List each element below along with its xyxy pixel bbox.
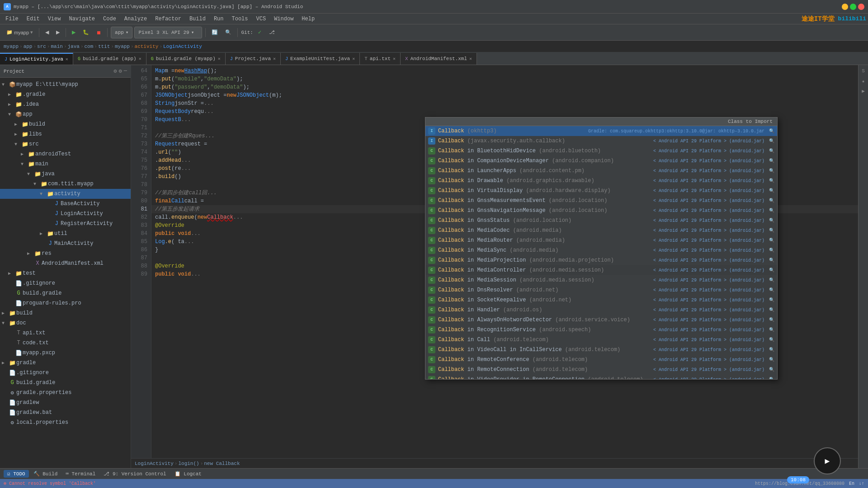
menu-run[interactable]: Run xyxy=(210,15,227,23)
ac-item-callback-drawable[interactable]: C Callback in Drawable (android.graphics… xyxy=(425,176,777,186)
bc-java[interactable]: java xyxy=(67,44,79,49)
bottom-tab-todo[interactable]: ☑ TODO xyxy=(4,470,29,478)
bottom-tab-versioncontrol[interactable]: ⎇ 9: Version Control xyxy=(100,470,170,478)
git-check[interactable]: ✓ xyxy=(255,27,264,38)
tree-item-idea[interactable]: ▶ 📁 .idea xyxy=(0,99,131,109)
ac-item-callback-recognition[interactable]: C Callback in RecognitionService (androi… xyxy=(425,325,777,335)
tree-item-mainactivity[interactable]: J MainActivity xyxy=(0,239,131,249)
ac-item-callback-mediarouter[interactable]: C Callback in MediaRouter (android.media… xyxy=(425,235,777,245)
ac-item-callback-mediaprojection[interactable]: C Callback in MediaProjection (android.m… xyxy=(425,255,777,265)
device-dropdown[interactable]: Pixel 3 XL API 29 ▾ xyxy=(134,27,202,38)
project-button[interactable]: 📁 myapp ▾ xyxy=(4,27,36,38)
tree-item-test[interactable]: ▶ 📁 test xyxy=(0,268,131,278)
tree-item-src[interactable]: ▼ 📁 src xyxy=(0,139,131,149)
tree-item-libs[interactable]: ▶ 📁 libs xyxy=(0,129,131,139)
hide-icon[interactable]: — xyxy=(124,68,127,75)
bc-ttit[interactable]: ttit xyxy=(98,44,110,49)
tree-item-myapp[interactable]: ▼ 📦 myapp E:\ttit\myapp xyxy=(0,80,131,89)
tree-item-doc[interactable]: ▼ 📁 doc xyxy=(0,318,131,328)
autocomplete-popup[interactable]: Class to Import I Callback (okhttp3) Gra… xyxy=(425,117,778,380)
bc-bottom-callback[interactable]: new Callback xyxy=(204,461,240,466)
ac-item-callback-gnssn[interactable]: C Callback in GnssNavigationMessage (and… xyxy=(425,206,777,216)
tree-item-gradlew[interactable]: 📄 gradlew xyxy=(0,398,131,408)
menu-edit[interactable]: Edit xyxy=(23,15,43,23)
ac-item-callback-handler[interactable]: C Callback in Handler (android.os) < And… xyxy=(425,305,777,315)
tree-item-app[interactable]: ▼ 📦 app xyxy=(0,109,131,119)
ac-item-callback-call[interactable]: C Callback in Call (android.telecom) < A… xyxy=(425,335,777,345)
toolbar-forward[interactable]: ▶ xyxy=(53,27,62,38)
ac-item-callback-mediacodec[interactable]: C Callback in MediaCodec (android.media)… xyxy=(425,225,777,235)
float-video-button[interactable]: ▶ xyxy=(814,447,841,474)
menu-help[interactable]: Help xyxy=(298,15,318,23)
tree-item-myapp-pxcp[interactable]: 📄 myapp.pxcp xyxy=(0,348,131,358)
ac-item-callback-mediasession[interactable]: C Callback in MediaSession (android.medi… xyxy=(425,275,777,285)
settings-icon[interactable]: ⚙ xyxy=(119,68,122,75)
tree-item-local-prop[interactable]: ⚙ local.properties xyxy=(0,418,131,427)
tree-item-root-gitignore[interactable]: 📄 .gitignore xyxy=(0,368,131,378)
autocomplete-list[interactable]: I Callback (okhttp3) Gradle: com.squareu… xyxy=(425,126,777,379)
tree-item-manifest[interactable]: X AndroidManifest.xml xyxy=(0,258,131,268)
right-tool-favorites[interactable]: ★ xyxy=(859,77,868,85)
ac-item-callback-videocall[interactable]: C Callback in VideoCall in InCallService… xyxy=(425,345,777,355)
ac-item-callback-socketkeepalive[interactable]: C Callback in SocketKeepalive (android.n… xyxy=(425,295,777,305)
ac-item-callback-virtualdisplay[interactable]: C Callback in VirtualDisplay (android.ha… xyxy=(425,186,777,196)
ac-item-callback-gnssm[interactable]: C Callback in GnssMeasurementsEvent (and… xyxy=(425,196,777,206)
toolbar-back[interactable]: ◀ xyxy=(42,27,52,38)
tree-item-baseactivity[interactable]: J BaseActivity xyxy=(0,199,131,209)
menu-navigate[interactable]: Navigate xyxy=(65,15,99,23)
ac-item-callback-okhttp3[interactable]: I Callback (okhttp3) Gradle: com.squareu… xyxy=(425,126,777,136)
ac-item-callback-bluetooth[interactable]: C Callback in BluetoothHidDevice (androi… xyxy=(425,146,777,156)
ac-item-callback-launcherapps[interactable]: C Callback in LauncherApps (android.cont… xyxy=(425,166,777,176)
menu-tools[interactable]: Tools xyxy=(228,15,252,23)
tree-item-build-gradle[interactable]: G build.gradle xyxy=(0,288,131,298)
bottom-tab-logcat[interactable]: 📋 Logcat xyxy=(171,470,205,478)
bc-bottom-loginactivity[interactable]: LoginActivity xyxy=(135,461,174,466)
tab-close-6[interactable]: ✕ xyxy=(469,56,472,61)
ac-item-callback-alwayson[interactable]: C Callback in AlwaysOnHotwordDetector (a… xyxy=(425,315,777,325)
tree-item-gradle-root[interactable]: ▶ 📁 gradle xyxy=(0,358,131,368)
tree-item-gradle-prop[interactable]: ⚙ gradle.properties xyxy=(0,388,131,398)
minimize-button[interactable] xyxy=(842,4,848,10)
tab-example-unit-test[interactable]: J ExampleUnitTest.java ✕ xyxy=(281,53,360,65)
tab-close-2[interactable]: ✕ xyxy=(218,56,221,61)
sync-icon[interactable]: ⚙ xyxy=(113,68,117,75)
tab-build-gradle-myapp[interactable]: G build.gradle (myapp) ✕ xyxy=(146,53,226,65)
bc-activity[interactable]: activity xyxy=(135,44,159,49)
menu-view[interactable]: View xyxy=(44,15,65,23)
ac-item-callback-dnsresolver[interactable]: C Callback in DnsResolver (android.net) … xyxy=(425,285,777,295)
tree-item-root-build[interactable]: ▶ 📁 build xyxy=(0,308,131,318)
tree-item-proguard[interactable]: 📄 proguard-rules.pro xyxy=(0,298,131,308)
bc-bottom-login[interactable]: login() xyxy=(178,461,199,466)
tree-item-registeractivity[interactable]: J RegisterActivity xyxy=(0,219,131,229)
tree-item-java[interactable]: ▼ 📁 java xyxy=(0,169,131,179)
git-branch[interactable]: ⎇ xyxy=(266,27,278,38)
tree-item-code-txt[interactable]: T code.txt xyxy=(0,338,131,348)
toolbar-stop[interactable]: ⏹ xyxy=(94,27,104,38)
tab-close-3[interactable]: ✕ xyxy=(273,56,276,61)
bottom-tab-terminal[interactable]: ⌨ Terminal xyxy=(62,470,99,478)
bc-main[interactable]: main xyxy=(51,44,62,49)
app-module-dropdown[interactable]: app ▾ xyxy=(111,27,132,38)
tab-close-5[interactable]: ✕ xyxy=(393,56,396,61)
right-tool-structure[interactable]: S xyxy=(859,67,868,75)
tab-androidmanifest[interactable]: X AndroidManifest.xml ✕ xyxy=(401,53,477,65)
tab-loginactivity[interactable]: J LoginActivity.java ✕ xyxy=(0,53,73,65)
menu-vcs[interactable]: VCS xyxy=(253,15,270,23)
ac-item-callback-mediasync[interactable]: C Callback in MediaSync (android.media) … xyxy=(425,245,777,255)
tree-item-androidtest[interactable]: ▶ 📁 androidTest xyxy=(0,149,131,159)
tab-build-gradle-app[interactable]: G build.gradle (app) ✕ xyxy=(73,53,146,65)
ac-item-callback-companion[interactable]: C Callback in CompanionDeviceManager (an… xyxy=(425,156,777,166)
menu-build[interactable]: Build xyxy=(186,15,209,23)
tab-close-loginactivity[interactable]: ✕ xyxy=(66,56,68,62)
ac-item-callback-mediacontroller[interactable]: C Callback in MediaController (android.m… xyxy=(425,265,777,275)
tree-item-build[interactable]: ▶ 📁 build xyxy=(0,119,131,129)
bc-src[interactable]: src xyxy=(37,44,46,49)
tree-item-util[interactable]: ▶ 📁 util xyxy=(0,229,131,239)
ac-item-callback-remoteconference[interactable]: C Callback in RemoteConference (android.… xyxy=(425,355,777,365)
menu-window[interactable]: Window xyxy=(270,15,297,23)
toolbar-debug[interactable]: 🐛 xyxy=(80,27,92,38)
ac-item-callback-videoprovider[interactable]: C Callback in VideoProvider in RemoteCon… xyxy=(425,375,777,379)
maximize-button[interactable] xyxy=(850,4,856,10)
bc-myapp2[interactable]: myapp xyxy=(115,44,130,49)
tree-item-gitignore-app[interactable]: 📄 .gitignore xyxy=(0,278,131,288)
